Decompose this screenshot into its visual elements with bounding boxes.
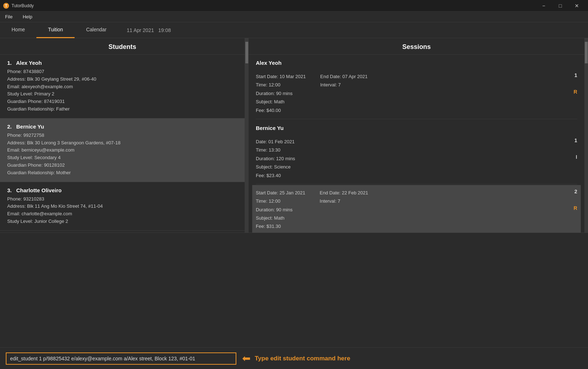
session-number-alex-1: 1 bbox=[574, 72, 577, 78]
sessions-scrollbar-thumb[interactable] bbox=[585, 42, 588, 63]
title-bar-left: T TutorBuddy bbox=[3, 3, 34, 9]
students-panel: Students 1. Alex Yeoh Phone: 87438807 Ad… bbox=[0, 38, 245, 233]
students-header: Students bbox=[0, 38, 245, 55]
sessions-header: Sessions bbox=[249, 38, 584, 55]
hint-text: Type edit student command here bbox=[255, 355, 350, 362]
tab-calendar[interactable]: Calendar bbox=[75, 22, 118, 38]
session-student-alex: Alex Yeoh bbox=[256, 55, 577, 69]
arrow-icon: ⬅ bbox=[242, 352, 250, 364]
menu-help[interactable]: Help bbox=[21, 13, 35, 21]
datetime-display: 11 Apr 2021 19:08 bbox=[127, 27, 171, 33]
tab-tuition[interactable]: Tuition bbox=[36, 22, 75, 38]
session-badge-alex-1: R bbox=[574, 89, 577, 95]
maximize-button[interactable]: □ bbox=[552, 0, 569, 12]
student-item-3[interactable]: 3. Charlotte Oliveiro Phone: 93210283 Ad… bbox=[0, 182, 245, 231]
session-card-alex-1[interactable]: Start Date: 10 Mar 2021 Time: 12:00 Dura… bbox=[256, 69, 577, 119]
command-area: ⬅ Type edit student command here bbox=[0, 347, 588, 369]
sessions-panel: Sessions Alex Yeoh Start Date: 10 Mar 20… bbox=[249, 38, 584, 233]
student-name-3: 3. Charlotte Oliveiro bbox=[7, 187, 237, 193]
session-col1-alex-1: Start Date: 10 Mar 2021 Time: 12:00 Dura… bbox=[256, 72, 306, 114]
student-detail-2: Phone: 99272758 Address: Blk 30 Lorong 3… bbox=[7, 132, 237, 177]
session-col1-bernice-1: Date: 01 Feb 2021 Time: 13:30 Duration: … bbox=[256, 138, 295, 180]
session-left-alex-1: Start Date: 10 Mar 2021 Time: 12:00 Dura… bbox=[256, 72, 368, 114]
minimize-button[interactable]: − bbox=[535, 0, 552, 12]
command-hint: ⬅ Type edit student command here bbox=[242, 352, 350, 364]
command-input-wrapper[interactable] bbox=[6, 352, 236, 365]
session-right-bernice-1: 1 I bbox=[566, 138, 577, 160]
menu-file[interactable]: File bbox=[3, 13, 15, 21]
students-scrollbar[interactable] bbox=[245, 38, 249, 233]
session-card-bernice-1[interactable]: Date: 01 Feb 2021 Time: 13:30 Duration: … bbox=[256, 134, 577, 184]
svg-text:T: T bbox=[5, 4, 7, 8]
command-input[interactable] bbox=[10, 356, 232, 361]
student-detail-3: Phone: 93210283 Address: Blk 11 Ang Mo K… bbox=[7, 195, 237, 225]
window-controls: − □ ✕ bbox=[535, 0, 585, 12]
students-list[interactable]: 1. Alex Yeoh Phone: 87438807 Address: Bl… bbox=[0, 55, 245, 233]
tab-bar: Home Tuition Calendar 11 Apr 2021 19:08 bbox=[0, 22, 588, 38]
session-col2-bernice-2: End Date: 22 Feb 2021 Interval: 7 bbox=[320, 189, 368, 231]
menu-bar: File Help bbox=[0, 12, 588, 22]
students-scrollbar-thumb[interactable] bbox=[245, 42, 248, 63]
session-left-bernice-2: Start Date: 25 Jan 2021 Time: 12:00 Dura… bbox=[256, 189, 368, 231]
content-area: Students 1. Alex Yeoh Phone: 87438807 Ad… bbox=[0, 38, 588, 233]
sessions-scrollbar[interactable] bbox=[584, 38, 588, 233]
session-right-alex-1: 1 R bbox=[566, 72, 577, 95]
session-left-bernice-1: Date: 01 Feb 2021 Time: 13:30 Duration: … bbox=[256, 138, 295, 180]
close-button[interactable]: ✕ bbox=[569, 0, 585, 12]
time-display: 19:08 bbox=[158, 27, 171, 33]
session-col1-bernice-2: Start Date: 25 Jan 2021 Time: 12:00 Dura… bbox=[256, 189, 305, 231]
sessions-list[interactable]: Alex Yeoh Start Date: 10 Mar 2021 Time: … bbox=[249, 55, 584, 233]
session-number-bernice-1: 1 bbox=[574, 138, 577, 143]
student-detail-1: Phone: 87438807 Address: Blk 30 Geylang … bbox=[7, 68, 237, 113]
session-card-bernice-2[interactable]: Start Date: 25 Jan 2021 Time: 12:00 Dura… bbox=[252, 185, 581, 233]
student-name-2: 2. Bernice Yu bbox=[7, 123, 237, 130]
tab-home[interactable]: Home bbox=[0, 22, 36, 38]
student-item-1[interactable]: 1. Alex Yeoh Phone: 87438807 Address: Bl… bbox=[0, 55, 245, 118]
session-badge-bernice-1: I bbox=[576, 154, 577, 160]
student-name-1: 1. Alex Yeoh bbox=[7, 60, 237, 66]
session-student-bernice: Bernice Yu bbox=[256, 120, 577, 134]
session-right-bernice-2: 2 R bbox=[566, 189, 577, 211]
student-item-2[interactable]: 2. Bernice Yu Phone: 99272758 Address: B… bbox=[0, 118, 245, 182]
session-badge-bernice-2: R bbox=[574, 205, 577, 211]
date-display: 11 Apr 2021 bbox=[127, 27, 154, 33]
app-icon: T bbox=[3, 3, 9, 9]
session-col2-alex-1: End Date: 07 Apr 2021 Interval: 7 bbox=[320, 72, 368, 114]
title-bar: T TutorBuddy − □ ✕ bbox=[0, 0, 588, 12]
bottom-area bbox=[0, 233, 588, 305]
session-number-bernice-2: 2 bbox=[574, 189, 577, 194]
app-title: TutorBuddy bbox=[12, 3, 34, 8]
